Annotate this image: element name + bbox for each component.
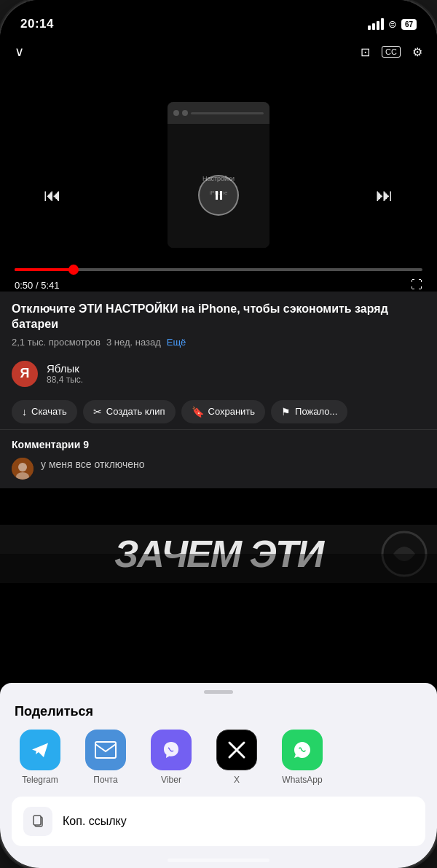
channel-logo: Я <box>12 361 38 387</box>
top-controls-row: ⊡ CC ⚙ <box>361 45 422 59</box>
viber-label: Viber <box>161 775 181 785</box>
progress-bar[interactable] <box>15 268 422 271</box>
svg-rect-6 <box>34 816 41 825</box>
clip-label: Создать клип <box>106 406 165 417</box>
whatsapp-icon <box>282 730 323 770</box>
chevron-down-icon[interactable]: ∨ <box>15 44 24 60</box>
cast-icon[interactable]: ⊡ <box>361 45 370 59</box>
upload-time: 3 нед. назад <box>106 337 161 348</box>
share-sheet: Поделиться Telegram Почта <box>0 683 437 868</box>
comment-text: у меня все отключено <box>41 458 145 472</box>
status-time: 20:14 <box>20 17 54 31</box>
report-icon: ⚑ <box>281 406 291 418</box>
video-info-panel: Отключите ЭТИ НАСТРОЙКИ на iPhone, чтобы… <box>0 292 437 488</box>
share-app-x[interactable]: X <box>204 730 269 785</box>
time-row: 0:50 / 5:41 ⛶ <box>15 278 422 292</box>
thumb-dot-1 <box>173 110 179 116</box>
svg-point-1 <box>18 463 27 472</box>
x-icon <box>216 730 257 770</box>
report-button[interactable]: ⚑ Пожало... <box>271 400 347 423</box>
video-top-controls: ∨ ⊡ CC ⚙ <box>0 44 437 60</box>
channel-info: Яблык 88,4 тыс. <box>47 362 83 385</box>
share-app-mail[interactable]: Почта <box>73 730 138 785</box>
more-link[interactable]: Ещё <box>167 337 186 348</box>
mail-label: Почта <box>93 775 117 785</box>
current-time: 0:50 / 5:41 <box>15 280 59 291</box>
view-count: 2,1 тыс. просмотров <box>12 337 101 348</box>
signal-icon <box>368 18 384 30</box>
status-icons: ⊜ 67 <box>368 18 417 30</box>
thumb-top-bar <box>168 102 269 124</box>
cc-icon[interactable]: CC <box>382 46 401 58</box>
comments-header[interactable]: Комментарии 9 <box>12 439 425 450</box>
report-label: Пожало... <box>295 406 337 417</box>
copy-link-icon-box <box>23 807 52 836</box>
copy-link-item[interactable]: Коп. ссылку <box>12 797 425 846</box>
dynamic-island <box>171 9 266 35</box>
share-app-whatsapp[interactable]: WhatsApp <box>269 730 335 785</box>
video-meta: 2,1 тыс. просмотров 3 нед. назад Ещё <box>12 337 425 348</box>
share-app-viber[interactable]: Viber <box>138 730 204 785</box>
home-indicator <box>168 859 269 862</box>
video-bottom-controls: 0:50 / 5:41 ⛶ <box>0 268 437 292</box>
channel-subs: 88,4 тыс. <box>47 375 83 385</box>
skip-next-icon[interactable] <box>376 185 393 206</box>
play-button[interactable] <box>198 175 239 216</box>
comment-row: у меня все отключено <box>12 458 425 480</box>
x-label: X <box>234 775 240 785</box>
action-buttons-row: ↓ Скачать ✂ Создать клип 🔖 Сохранить ⚑ П… <box>0 394 437 429</box>
telegram-icon <box>20 730 60 770</box>
telegram-label: Telegram <box>22 775 58 785</box>
clip-button[interactable]: ✂ Создать клип <box>83 400 176 423</box>
pause-icon <box>216 191 222 200</box>
video-nav-controls <box>0 175 437 216</box>
download-button[interactable]: ↓ Скачать <box>12 400 77 423</box>
skip-prev-icon[interactable] <box>44 185 61 206</box>
save-label: Сохранить <box>208 406 256 417</box>
progress-fill <box>15 268 74 271</box>
channel-row[interactable]: Я Яблык 88,4 тыс. <box>0 353 437 394</box>
svg-rect-4 <box>95 742 116 758</box>
thumb-dot-2 <box>182 110 188 116</box>
phone-frame: 20:14 ⊜ 67 ∨ ⊡ CC ⚙ <box>0 0 437 868</box>
share-title: Поделиться <box>0 704 437 730</box>
save-icon: 🔖 <box>192 406 204 418</box>
viber-icon <box>151 730 192 770</box>
download-label: Скачать <box>31 406 67 417</box>
copy-link-label: Коп. ссылку <box>63 815 127 828</box>
download-icon: ↓ <box>22 406 27 418</box>
battery-icon: 67 <box>401 19 417 30</box>
share-apps-row: Telegram Почта Viber <box>0 730 437 797</box>
settings-icon[interactable]: ⚙ <box>412 45 422 59</box>
share-app-telegram[interactable]: Telegram <box>7 730 73 785</box>
video-title-section: Отключите ЭТИ НАСТРОЙКИ на iPhone, чтобы… <box>0 292 437 353</box>
save-button[interactable]: 🔖 Сохранить <box>181 400 266 423</box>
video-player[interactable]: ∨ ⊡ CC ⚙ Настройки iPhone <box>0 0 437 306</box>
share-action-row: Коп. ссылку <box>12 797 425 846</box>
video-title: Отключите ЭТИ НАСТРОЙКИ на iPhone, чтобы… <box>12 302 425 332</box>
sheet-handle <box>204 690 233 694</box>
wifi-icon: ⊜ <box>388 18 397 30</box>
channel-name: Яблык <box>47 362 83 375</box>
mail-icon <box>85 730 126 770</box>
comment-avatar <box>12 458 34 480</box>
progress-dot <box>68 265 79 275</box>
clip-icon: ✂ <box>93 406 102 418</box>
fullscreen-icon[interactable]: ⛶ <box>411 278 422 292</box>
comments-section: Комментарии 9 у меня все отключено <box>0 429 437 488</box>
whatsapp-label: WhatsApp <box>282 775 322 785</box>
